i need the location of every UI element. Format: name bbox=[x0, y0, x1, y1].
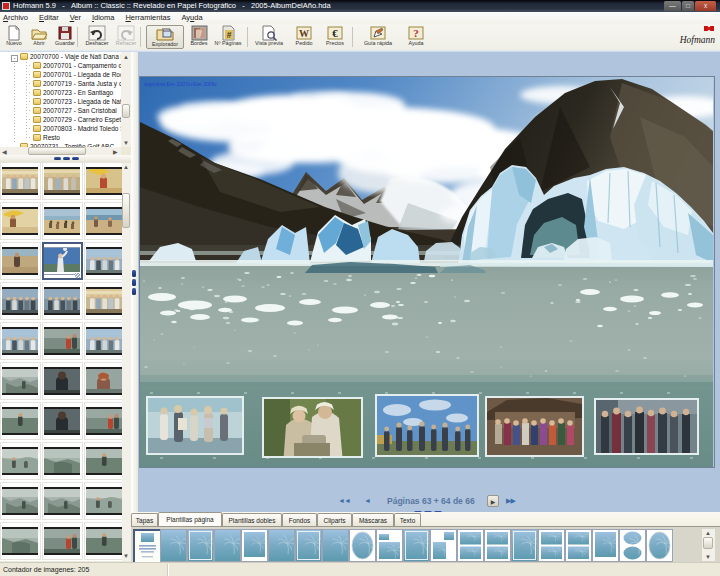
svg-text:#: # bbox=[227, 30, 232, 40]
svg-text:€: € bbox=[332, 27, 338, 39]
svg-text:?: ? bbox=[413, 27, 419, 39]
svg-text:W: W bbox=[299, 28, 309, 39]
svg-text:Hofmann: Hofmann bbox=[679, 35, 716, 45]
